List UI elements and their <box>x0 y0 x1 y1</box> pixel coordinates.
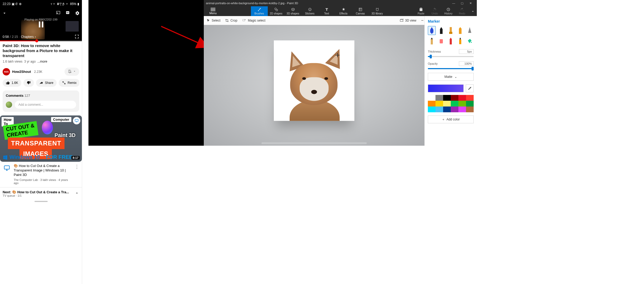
svg-rect-6 <box>211 11 215 11</box>
chevron-right-icon[interactable]: › <box>35 35 36 39</box>
channel-name[interactable]: How2Shout <box>12 70 31 74</box>
color-swatch[interactable] <box>443 95 451 101</box>
maximize-button[interactable]: ▢ <box>458 2 466 5</box>
svg-rect-1 <box>76 122 77 122</box>
color-swatch[interactable] <box>435 106 443 112</box>
svg-rect-2 <box>4 166 9 169</box>
channel-row[interactable]: H2S How2Shout 2.23K <box>3 68 79 76</box>
close-button[interactable]: ✕ <box>466 2 475 5</box>
tab-stickers[interactable]: Stickers <box>301 6 318 16</box>
recommended-item[interactable]: 🎨 How to Cut Out & Create a Transparent … <box>3 164 79 187</box>
svg-rect-15 <box>450 27 452 32</box>
fullscreen-icon[interactable] <box>75 34 79 40</box>
select-tool[interactable]: Select <box>206 19 220 22</box>
chapters-link[interactable]: Chapters <box>21 35 34 39</box>
color-swatch[interactable] <box>458 106 466 112</box>
opacity-value[interactable]: 100% <box>459 61 474 66</box>
monitor-icon <box>3 164 11 172</box>
recommended-thumbnail[interactable]: How To Computer CUT OUT & CREATE Paint 3… <box>0 115 82 162</box>
color-swatch[interactable] <box>466 95 474 101</box>
captions-icon[interactable] <box>65 11 70 17</box>
brush-fill[interactable] <box>466 37 474 45</box>
menu-button[interactable]: Menu <box>204 6 222 16</box>
progress-bar[interactable] <box>0 40 82 41</box>
color-swatch[interactable] <box>435 95 443 101</box>
color-swatch[interactable] <box>451 101 458 106</box>
brush-watercolor[interactable] <box>456 26 464 35</box>
eyedropper-button[interactable] <box>466 84 474 92</box>
svg-rect-12 <box>359 8 362 11</box>
tab-effects[interactable]: Effects <box>335 6 352 16</box>
brush-crayon[interactable] <box>447 37 455 45</box>
tab-3d-shapes[interactable]: 3D shapes <box>285 6 301 16</box>
minimize-button[interactable]: — <box>449 2 458 5</box>
zoom-out-button[interactable]: − <box>421 18 423 23</box>
dislike-button[interactable] <box>23 79 34 87</box>
workspace[interactable] <box>204 25 424 146</box>
history-button[interactable]: History <box>442 6 455 16</box>
remix-button[interactable]: Remix <box>59 79 79 87</box>
tab-brushes[interactable]: Brushes <box>251 6 268 16</box>
video-player[interactable]: Playing on RMX2202-199 0:58 / 2:15 · Cha… <box>0 8 82 41</box>
share-button[interactable]: Share <box>36 79 57 87</box>
opacity-slider[interactable] <box>428 68 474 69</box>
collapse-icon[interactable] <box>2 11 7 17</box>
add-comment-input[interactable]: Add a comment... <box>15 101 76 109</box>
color-swatch[interactable] <box>435 101 443 106</box>
paste-button[interactable]: Paste <box>414 6 428 16</box>
queue-next-title: 🎨 How to Cut Out & Create a Tra... <box>12 190 69 194</box>
channel-avatar[interactable]: H2S <box>3 68 10 75</box>
canvas[interactable] <box>274 40 354 121</box>
current-color[interactable] <box>428 84 464 92</box>
color-swatch[interactable] <box>451 106 458 112</box>
tab-canvas[interactable]: Canvas <box>352 6 369 16</box>
brush-eraser[interactable] <box>437 37 445 45</box>
color-swatch[interactable] <box>428 95 435 101</box>
thickness-slider[interactable] <box>428 56 474 57</box>
brush-oil[interactable] <box>447 26 455 35</box>
video-title[interactable]: Paint 3D: How to remove white background… <box>3 43 79 58</box>
undo-button[interactable]: Undo <box>428 6 442 16</box>
comments-block[interactable]: Comments 127 Add a comment... <box>3 90 79 112</box>
chevron-up-icon[interactable] <box>75 191 79 196</box>
magic-select-tool[interactable]: Magic select <box>242 19 265 22</box>
color-swatch[interactable] <box>458 101 466 106</box>
color-swatch[interactable] <box>466 106 474 112</box>
color-swatch[interactable] <box>458 95 466 101</box>
horizontal-scrollbar[interactable] <box>261 142 367 144</box>
brush-pixel[interactable] <box>466 26 474 35</box>
color-swatch[interactable] <box>443 106 451 112</box>
android-nav-hint <box>0 200 82 205</box>
collapse-ribbon-icon[interactable] <box>469 6 477 16</box>
cast-icon[interactable] <box>56 11 61 17</box>
crop-tool[interactable]: Crop <box>225 19 237 22</box>
thickness-value[interactable]: 5px <box>459 49 474 54</box>
settings-gear-icon[interactable] <box>75 11 80 17</box>
thumb-win10: Windows 10 FOR FREE <box>3 154 73 160</box>
video-meta: 1.6 lakh views 3 yr ago ...more <box>3 60 79 63</box>
more-options-icon[interactable]: ⋮ <box>75 164 79 185</box>
brush-marker[interactable] <box>428 26 436 35</box>
video-frame-side <box>66 21 79 32</box>
pause-button[interactable] <box>37 20 46 30</box>
color-swatch[interactable] <box>466 101 474 106</box>
color-swatch[interactable] <box>443 101 451 106</box>
tab-text[interactable]: Text <box>318 6 335 16</box>
color-swatch[interactable] <box>428 101 435 106</box>
tv-queue-bar[interactable]: Next: 🎨 How to Cut Out & Create a Tra...… <box>0 187 82 200</box>
like-button[interactable]: 1.6K <box>3 79 21 87</box>
3d-view-toggle[interactable]: 3D view <box>399 19 417 22</box>
more-link[interactable]: ...more <box>37 60 47 63</box>
add-color-button[interactable]: ＋ Add color <box>428 115 474 123</box>
tab-3d-library[interactable]: 3D library <box>369 6 386 16</box>
brush-calligraphy[interactable] <box>437 26 445 35</box>
notification-button[interactable] <box>65 68 79 76</box>
color-swatch[interactable] <box>428 106 435 112</box>
redo-button[interactable]: Redo <box>455 6 469 16</box>
brush-pencil[interactable] <box>428 37 436 45</box>
material-select[interactable]: Matte ⌄ <box>428 73 474 81</box>
brush-spray[interactable] <box>456 37 464 45</box>
color-swatch[interactable] <box>451 95 458 101</box>
comments-label: Comments <box>6 94 23 98</box>
tab-2d-shapes[interactable]: 2D shapes <box>268 6 285 16</box>
